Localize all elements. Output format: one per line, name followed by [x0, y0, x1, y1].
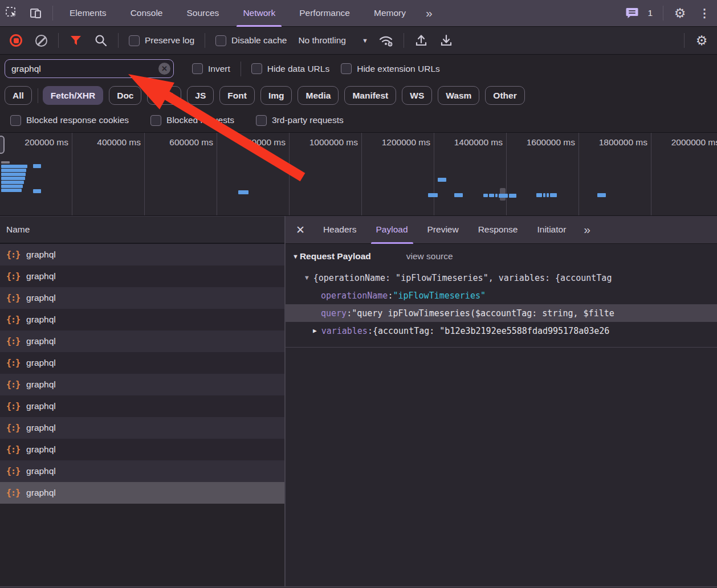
timeline-scroll-handle[interactable] [0, 136, 5, 154]
request-row[interactable]: {:}graphql [0, 439, 284, 460]
clear-filter-button[interactable]: ✕ [158, 63, 170, 75]
tab-preview[interactable]: Preview [418, 216, 469, 244]
clear-network-log-button[interactable] [31, 31, 51, 50]
device-toolbar-button[interactable] [27, 5, 44, 22]
payload-value: {accountTag: "b12e3b2192ee5588fdad995178… [373, 326, 609, 336]
chip-doc[interactable]: Doc [109, 86, 141, 105]
issues-count: 1 [647, 8, 653, 18]
tab-response[interactable]: Response [469, 216, 528, 244]
invert-checkbox-group[interactable]: Invert [192, 63, 230, 74]
more-tabs-button[interactable]: » [418, 6, 439, 20]
third-party-requests-checkbox[interactable] [256, 115, 267, 126]
tab-network[interactable]: Network [231, 0, 287, 27]
chip-img[interactable]: Img [260, 86, 292, 105]
view-source-link[interactable]: view source [406, 251, 453, 262]
preserve-log-checkbox-group[interactable]: Preserve log [129, 35, 194, 46]
blocked-cookies-label: Blocked response cookies [26, 115, 129, 125]
filter-toggle-button[interactable] [66, 31, 85, 50]
preserve-log-checkbox[interactable] [129, 35, 140, 46]
json-icon: {:} [6, 466, 20, 476]
hide-extension-urls-checkbox[interactable] [341, 63, 352, 74]
json-icon: {:} [6, 293, 20, 303]
import-har-button[interactable] [412, 31, 431, 50]
payload-query-row[interactable]: query: "query ipFlowTimeseries($accountT… [286, 304, 717, 322]
hide-data-urls-group[interactable]: Hide data URLs [251, 63, 329, 74]
disable-cache-checkbox[interactable] [215, 35, 226, 46]
main-menu-button[interactable]: ⋮ [692, 6, 717, 20]
tab-sources[interactable]: Sources [175, 0, 231, 27]
payload-operation-name-row[interactable]: operationName: "ipFlowTimeseries" [286, 287, 717, 304]
timeline-tick: 1600000 ms [507, 133, 579, 215]
record-network-log-button[interactable] [6, 31, 26, 50]
chip-js[interactable]: JS [187, 86, 214, 105]
tab-performance[interactable]: Performance [287, 0, 362, 27]
request-row[interactable]: {:}graphql [0, 244, 284, 266]
chip-fetch-xhr[interactable]: Fetch/XHR [43, 86, 103, 105]
inspect-element-button[interactable] [3, 5, 21, 22]
tab-elements[interactable]: Elements [58, 0, 119, 27]
hide-data-urls-checkbox[interactable] [251, 63, 262, 74]
chip-ws[interactable]: WS [402, 86, 432, 105]
settings-button[interactable]: ⚙ [671, 5, 689, 22]
export-har-button[interactable] [437, 31, 456, 50]
triangle-down-icon: ▼ [305, 274, 309, 281]
chip-other[interactable]: Other [485, 86, 524, 105]
filter-input[interactable] [5, 64, 173, 74]
close-detail-button[interactable]: ✕ [286, 223, 313, 236]
json-icon: {:} [6, 423, 20, 433]
waterfall-bar [489, 194, 494, 197]
json-icon: {:} [6, 271, 20, 281]
disable-cache-checkbox-group[interactable]: Disable cache [215, 35, 287, 46]
filter-input-box[interactable]: ✕ [5, 59, 174, 78]
network-settings-button[interactable]: ⚙ [692, 31, 711, 50]
network-conditions-button[interactable] [377, 31, 396, 50]
request-row[interactable]: {:}graphql [0, 352, 284, 374]
chip-media[interactable]: Media [298, 86, 339, 105]
network-overview-timeline[interactable]: 200000 ms 400000 ms 600000 ms 800000 ms … [0, 133, 717, 216]
divider [684, 33, 685, 48]
chip-all[interactable]: All [5, 86, 32, 105]
chip-css[interactable]: CSS [147, 86, 181, 105]
third-party-requests-group[interactable]: 3rd-party requests [256, 115, 344, 126]
hide-extension-urls-group[interactable]: Hide extension URLs [341, 63, 440, 74]
request-row[interactable]: {:}graphql [0, 266, 284, 287]
payload-root-row[interactable]: ▼ {operationName: "ipFlowTimeseries", va… [286, 269, 717, 287]
timeline-tick: 1400000 ms [434, 133, 507, 215]
request-payload-title: Request Payload [300, 251, 371, 262]
tab-console[interactable]: Console [119, 0, 175, 27]
more-detail-tabs-button[interactable]: » [576, 223, 597, 236]
request-row[interactable]: {:}graphql [0, 287, 284, 309]
request-row[interactable]: {:}graphql [0, 417, 284, 439]
blocked-cookies-checkbox[interactable] [10, 115, 21, 126]
request-row-selected[interactable]: {:}graphql [0, 482, 284, 504]
chip-font[interactable]: Font [219, 86, 255, 105]
tab-memory[interactable]: Memory [362, 0, 418, 27]
request-row[interactable]: {:}graphql [0, 309, 284, 330]
tab-headers[interactable]: Headers [313, 216, 366, 244]
chip-manifest[interactable]: Manifest [344, 86, 396, 105]
payload-variables-row[interactable]: ▶ variables: {accountTag: "b12e3b2192ee5… [286, 322, 717, 340]
request-row[interactable]: {:}graphql [0, 460, 284, 482]
tab-payload[interactable]: Payload [366, 216, 418, 244]
chip-wasm[interactable]: Wasm [438, 86, 479, 105]
divider [58, 33, 59, 48]
waterfall-bar [1, 161, 10, 164]
request-row[interactable]: {:}graphql [0, 330, 284, 352]
name-column-header[interactable]: Name [0, 216, 284, 244]
blocked-requests-group[interactable]: Blocked requests [150, 115, 234, 126]
request-row[interactable]: {:}graphql [0, 374, 284, 395]
network-toolbar: Preserve log Disable cache No throttling… [0, 27, 717, 55]
tab-initiator[interactable]: Initiator [527, 216, 576, 244]
blocked-requests-checkbox[interactable] [150, 115, 161, 126]
triangle-right-icon: ▶ [313, 327, 317, 334]
payload-key: variables [321, 326, 368, 336]
timeline-grid: 200000 ms 400000 ms 600000 ms 800000 ms … [0, 133, 717, 215]
blocked-cookies-group[interactable]: Blocked response cookies [10, 115, 129, 126]
search-button[interactable] [91, 31, 111, 50]
divider [205, 33, 205, 48]
request-row[interactable]: {:}graphql [0, 395, 284, 417]
throttling-select[interactable]: No throttling ▼ [298, 35, 368, 46]
invert-checkbox[interactable] [192, 63, 203, 74]
request-payload-section[interactable]: ▼ Request Payload view source [286, 244, 717, 269]
issues-button[interactable] [624, 5, 641, 22]
